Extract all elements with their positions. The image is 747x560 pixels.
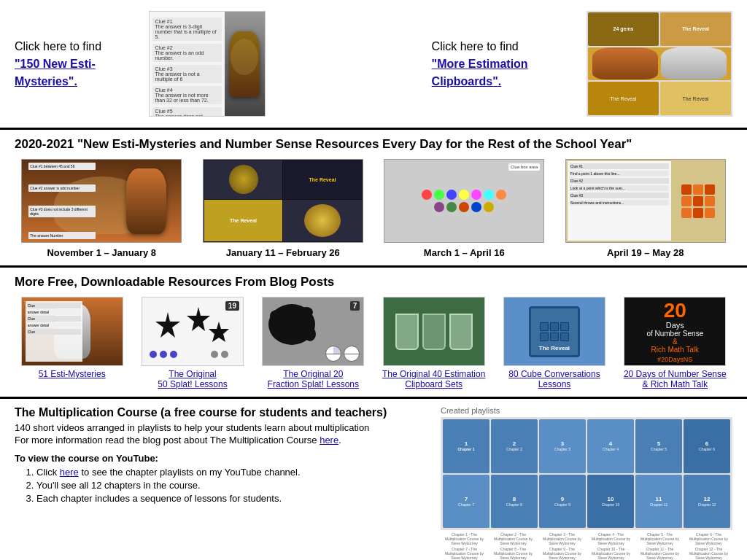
steps-list: Click here to see the chapter playlists … bbox=[15, 467, 426, 504]
playlist-thumb-4: 4 Chapter 4 bbox=[587, 419, 634, 473]
badge-19: 19 bbox=[225, 301, 239, 311]
section4-title: The Multiplication Course (a free course… bbox=[15, 406, 426, 419]
step-3: Each chapter includes a sequence of less… bbox=[36, 493, 426, 504]
playlist-thumb-11: 11 Chapter 11 bbox=[635, 475, 682, 529]
section3-title: More Free, Downloadable Resources From B… bbox=[15, 275, 732, 289]
section3-item-2: 19 bbox=[135, 297, 249, 389]
section2-img-4: Clue #1 Find a point 1 above this line..… bbox=[565, 159, 726, 243]
step-1: Click here to see the chapter playlists … bbox=[36, 467, 426, 478]
section3-item-6: 20 Days of Number Sense & Rich Math Talk… bbox=[618, 297, 732, 389]
section2-item-2: The Reveal The Reveal January 11 – Febru… bbox=[196, 159, 371, 258]
created-playlists-label: Created playlists bbox=[441, 406, 732, 415]
days-number-sense-img: 20 Days of Number Sense & Rich Math Talk… bbox=[624, 297, 726, 366]
days-number-sense-link[interactable]: 20 Days of Number Sense & Rich Math Talk bbox=[624, 369, 727, 389]
esti-mysteries-link[interactable]: 51 Esti-Mysteries bbox=[39, 369, 106, 379]
days-card-number: 20 bbox=[664, 300, 686, 321]
playlist-labels: Chapter 1 - The Multiplication Course by… bbox=[441, 532, 732, 545]
esti-mystery-image: Clue #1The answer is 3-digit number that… bbox=[149, 11, 266, 117]
section2-label-3: March 1 – April 16 bbox=[424, 247, 505, 258]
splat-lessons-img: 19 bbox=[142, 297, 244, 366]
svg-point-3 bbox=[304, 327, 316, 341]
playlist-thumb-1: 1 Chapter 1 bbox=[443, 419, 489, 473]
fraction-splat-img: 7 bbox=[262, 297, 364, 366]
top-banner-right: Click here to find "More Estimation Clip… bbox=[432, 11, 732, 117]
badge-seven: 7 bbox=[350, 301, 360, 311]
playlist-thumb-8: 8 Chapter 8 bbox=[491, 475, 538, 529]
cube-conversations-img: The Reveal bbox=[503, 297, 605, 366]
svg-point-1 bbox=[270, 310, 285, 322]
playlist-thumb-10: 10 Chapter 10 bbox=[587, 475, 634, 529]
section2-label-2: January 11 – February 26 bbox=[226, 247, 340, 258]
section2-img-1: Clue #1 between 45 and 56 Clue #2 answer… bbox=[21, 159, 182, 243]
section2-item-3: Clue box area March 1 – April 16 bbox=[377, 159, 551, 258]
esti-mystery-link[interactable]: "150 New Esti-Mysteries". bbox=[15, 58, 96, 88]
playlist-labels-2: Chapter 7 - The Multiplication Course by… bbox=[441, 547, 732, 560]
esti-mystery-text: Click here to find "150 New Esti-Mysteri… bbox=[15, 38, 134, 90]
section2-label-4: April 19 – May 28 bbox=[607, 247, 684, 258]
section4-line2: For more information read the blog post … bbox=[15, 435, 426, 446]
estimation-clipboard-img bbox=[383, 297, 485, 366]
days-card: 20 Days of Number Sense & Rich Math Talk… bbox=[624, 297, 725, 366]
section3-item-5: The Reveal 80 Cube Conversations Lessons bbox=[497, 297, 611, 389]
playlist-thumb-6: 6 Chapter 6 bbox=[684, 419, 730, 473]
clipboard-text: Click here to find "More Estimation Clip… bbox=[432, 38, 572, 90]
click-find-text-left: Click here to find bbox=[15, 40, 101, 52]
splat-lessons-link[interactable]: The Original 50 Splat! Lessons bbox=[158, 369, 227, 389]
fraction-splat-link[interactable]: The Original 20 Fraction Splat! Lessons bbox=[268, 369, 359, 389]
playlist-thumb-3: 3 Chapter 3 bbox=[539, 419, 586, 473]
section3-item-1: Clue answer detail Clue answer detail Cl… bbox=[15, 297, 129, 379]
top-banner: Click here to find "150 New Esti-Mysteri… bbox=[0, 0, 747, 130]
click-find-text-right: Click here to find bbox=[432, 40, 519, 52]
section3-grid: Clue answer detail Clue answer detail Cl… bbox=[15, 297, 732, 389]
days-card-line2: of Number Sense bbox=[646, 330, 703, 338]
section4-left: The Multiplication Course (a free course… bbox=[15, 406, 426, 560]
section3-item-4: The Original 40 Estimation Clipboard Set… bbox=[376, 297, 491, 389]
top-banner-left: Click here to find "150 New Esti-Mysteri… bbox=[15, 11, 266, 117]
days-card-hashtag: #20DaysNS bbox=[657, 356, 692, 363]
cube-conversations-link[interactable]: 80 Cube Conversations Lessons bbox=[508, 369, 600, 389]
estimation-clipboard-link[interactable]: The Original 40 Estimation Clipboard Set… bbox=[382, 369, 485, 389]
playlist-thumb-5: 5 Chapter 5 bbox=[635, 419, 682, 473]
view-text: To view the course on YouTube: bbox=[15, 453, 426, 464]
section4-line1: 140 short videos arranged in playlists t… bbox=[15, 422, 426, 433]
section4: The Multiplication Course (a free course… bbox=[0, 399, 747, 560]
playlist-thumb-12: 12 Chapter 12 bbox=[684, 475, 730, 529]
section4-right: Created playlists 1 Chapter 1 2 Chapter … bbox=[441, 406, 732, 560]
section4-list: To view the course on YouTube: Click her… bbox=[15, 453, 426, 504]
clipboard-image: 24 gems The Reveal The Reveal The Reveal bbox=[587, 11, 732, 117]
section2-title: 2020-2021 "New Esti-Mysteries and Number… bbox=[15, 137, 732, 152]
playlist-thumb-9: 9 Chapter 9 bbox=[539, 475, 586, 529]
playlist-thumb-2: 2 Chapter 2 bbox=[491, 419, 538, 473]
playlist-grid: 1 Chapter 1 2 Chapter 2 3 Chapter 3 4 Ch… bbox=[441, 417, 732, 530]
section3: More Free, Downloadable Resources From B… bbox=[0, 268, 747, 399]
section2-grid: Clue #1 between 45 and 56 Clue #2 answer… bbox=[15, 159, 732, 258]
section3-item-3: 7 bbox=[256, 297, 371, 389]
clipboard-link[interactable]: "More Estimation Clipboards". bbox=[432, 58, 528, 88]
section2-item-4: Clue #1 Find a point 1 above this line..… bbox=[559, 159, 733, 258]
esti-mysteries-img: Clue answer detail Clue answer detail Cl… bbox=[21, 297, 123, 366]
svg-point-2 bbox=[300, 307, 313, 317]
section2: 2020-2021 "New Esti-Mysteries and Number… bbox=[0, 130, 747, 268]
step-2: You'll see all 12 chapters in the course… bbox=[36, 480, 426, 491]
playlist-thumb-7: 7 Chapter 7 bbox=[443, 475, 489, 529]
days-card-ampersand: & bbox=[673, 338, 678, 346]
here-link-2[interactable]: here bbox=[60, 467, 79, 478]
section2-img-3: Clue box area bbox=[384, 159, 544, 243]
here-link-1[interactable]: here bbox=[320, 435, 338, 446]
section2-img-2: The Reveal The Reveal bbox=[203, 159, 363, 243]
days-card-line3: Rich Math Talk bbox=[651, 346, 699, 354]
days-card-line1: Days bbox=[666, 321, 684, 330]
section2-item-1: Clue #1 between 45 and 56 Clue #2 answer… bbox=[15, 159, 189, 258]
section2-label-1: November 1 – January 8 bbox=[47, 247, 156, 258]
